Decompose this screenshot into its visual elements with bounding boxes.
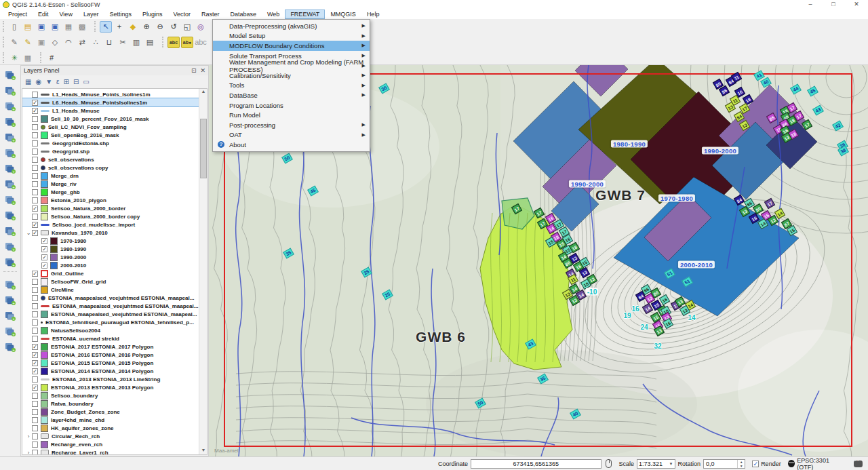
layer-item[interactable]: ✓1970-1980: [22, 237, 199, 245]
menu-web[interactable]: Web: [262, 9, 285, 19]
layer-item[interactable]: NatusaSelisoo2004: [22, 326, 199, 334]
touch-zoom-icon[interactable]: ↖: [100, 21, 112, 33]
expander-icon[interactable]: ›: [25, 450, 32, 455]
freewat-menu-item-calibration-sensitivity[interactable]: Calibration/Sensitivity▶: [213, 71, 370, 81]
layer-checkbox[interactable]: [32, 214, 38, 220]
osm-download-icon[interactable]: +: [3, 292, 18, 307]
layer-item[interactable]: ESTONIA_uuemad strekid: [22, 334, 199, 342]
layer-checkbox[interactable]: [32, 173, 38, 179]
cut-features-icon[interactable]: ✂: [117, 37, 129, 48]
current-edits-icon[interactable]: ✎: [8, 37, 20, 48]
freewat-menu-item-tools[interactable]: Tools▶: [213, 81, 370, 91]
layer-item[interactable]: Merge_drn: [22, 172, 199, 180]
float-panel-icon[interactable]: ⊡: [191, 67, 197, 74]
label-gray-icon[interactable]: abc: [195, 37, 207, 48]
zoom-out-icon[interactable]: ⊖: [154, 21, 166, 33]
zoom-full-icon[interactable]: ◱: [181, 21, 193, 33]
menu-vector[interactable]: Vector: [167, 9, 196, 19]
layer-item[interactable]: Zone_Budget_Zones_zone: [22, 408, 199, 416]
close-button[interactable]: ✕: [845, 0, 868, 9]
layer-item[interactable]: Seli_LC_NDVI_Fcov_sampling: [22, 123, 199, 131]
add-wms-layer-icon[interactable]: +: [3, 161, 18, 176]
node-tool-icon[interactable]: ∴: [90, 37, 102, 48]
scale-combobox[interactable]: 1:73.321▼: [637, 459, 675, 469]
layer-item[interactable]: ✓Selisoo_joed_mudelisse_import: [22, 220, 199, 229]
layer-checkbox[interactable]: [32, 450, 38, 455]
filter-expression-icon[interactable]: ε: [56, 78, 59, 85]
layer-checkbox[interactable]: [32, 319, 38, 326]
scroll-thumb[interactable]: [200, 119, 207, 178]
layer-checkbox[interactable]: [32, 165, 38, 171]
crs-status-icon[interactable]: [788, 460, 795, 467]
layer-checkbox[interactable]: ✓: [32, 100, 38, 106]
layer-checkbox[interactable]: [32, 189, 38, 195]
close-panel-icon[interactable]: ✕: [200, 67, 205, 74]
minimize-button[interactable]: –: [799, 0, 822, 9]
new-project-icon[interactable]: ▯: [8, 21, 20, 33]
layer-checkbox[interactable]: ✓: [32, 205, 38, 212]
layer-checkbox[interactable]: [32, 124, 38, 130]
layer-item[interactable]: seli_observations copy: [22, 163, 199, 172]
layer-checkbox[interactable]: ✓: [41, 254, 47, 260]
layer-item[interactable]: ✓L1_Heads_Mmuse: [22, 106, 199, 115]
add-spatialite-layer-icon[interactable]: +: [3, 114, 18, 129]
new-composer-icon[interactable]: ▦: [62, 21, 75, 33]
plugin-tool-2-icon[interactable]: ▦: [22, 52, 34, 64]
layer-item[interactable]: ESTONIA_2013 ESTONIA_2013 LineString: [22, 375, 199, 383]
menu-project[interactable]: Project: [3, 9, 33, 19]
label-pin-icon[interactable]: ab●: [181, 37, 193, 48]
expander-icon[interactable]: ⌄: [25, 230, 32, 236]
menu-plugins[interactable]: Plugins: [137, 9, 168, 19]
manage-visibility-icon[interactable]: ◉: [35, 78, 41, 85]
spin-down-icon[interactable]: ▼: [738, 464, 745, 468]
layer-item[interactable]: ESTONIA_maapealsed_veejuhtmed ESTONIA_ma…: [22, 310, 199, 318]
add-vector-layer-icon[interactable]: +: [3, 67, 18, 82]
layer-item[interactable]: SelisooFW_Grid_grid: [22, 277, 199, 286]
add-feature-icon[interactable]: ◇: [49, 37, 61, 48]
layer-item[interactable]: Merge_riv: [22, 180, 199, 188]
layer-checkbox[interactable]: [32, 336, 38, 342]
layer-checkbox[interactable]: [32, 287, 38, 293]
layer-checkbox[interactable]: [32, 409, 38, 415]
layer-item[interactable]: ESTONIA_tehnilised_puuraugud ESTONIA_teh…: [22, 318, 199, 326]
layer-checkbox[interactable]: ✓: [32, 230, 38, 236]
freewat-menu-item-oat[interactable]: OAT▶: [213, 130, 370, 140]
layer-checkbox[interactable]: ✓: [41, 262, 47, 269]
delete-selected-icon[interactable]: ⊔: [103, 37, 115, 48]
open-project-icon[interactable]: ▤: [22, 21, 34, 33]
freewat-tool-icon[interactable]: +: [3, 324, 18, 338]
pan-map-icon[interactable]: +: [113, 21, 125, 33]
layer-item[interactable]: ✓ESTONIA_2015 ESTONIA_2015 Polygon: [22, 359, 199, 367]
menu-settings[interactable]: Settings: [104, 9, 137, 19]
layer-item[interactable]: ✓1980-1990: [22, 245, 199, 253]
layer-item[interactable]: ESTONIA_maapealsed_veejuhtmed ESTONIA_ma…: [22, 294, 199, 302]
new-spatialite-layer-icon[interactable]: +: [3, 239, 18, 254]
add-circular-string-icon[interactable]: ◠: [62, 37, 75, 48]
layer-checkbox[interactable]: ✓: [32, 385, 38, 391]
crs-label[interactable]: EPSG:3301 (OTF): [797, 457, 846, 470]
layer-checkbox[interactable]: [32, 393, 38, 399]
rotation-spinner[interactable]: 0,0 ▲▼: [703, 459, 745, 469]
layer-item[interactable]: L1_Heads_Mmuse_Points_Isolines1m: [22, 90, 199, 98]
label-abc-icon[interactable]: abc: [167, 37, 180, 48]
save-project-as-icon[interactable]: ▣: [49, 21, 61, 33]
chevron-down-icon[interactable]: ▼: [669, 462, 673, 466]
zoom-last-icon[interactable]: ↺: [167, 21, 180, 33]
layer-checkbox[interactable]: ✓: [32, 360, 38, 366]
osm-import-icon[interactable]: +: [3, 308, 18, 323]
layer-checkbox[interactable]: [32, 417, 38, 423]
expander-icon[interactable]: ›: [25, 433, 32, 439]
layer-item[interactable]: ✓Selisoo_Natura_2000_border: [22, 204, 199, 212]
layer-checkbox[interactable]: [32, 303, 38, 309]
layer-item[interactable]: Geogrgrid.shp: [22, 147, 199, 155]
menu-layer[interactable]: Layer: [78, 9, 104, 19]
save-layer-edits-icon[interactable]: ▣: [35, 37, 47, 48]
layer-item[interactable]: ✓Grid_Outline: [22, 269, 199, 277]
add-mssql-layer-icon[interactable]: +: [3, 130, 18, 144]
layers-scrollbar[interactable]: ▲ ▼: [199, 89, 207, 454]
layer-checkbox[interactable]: [32, 295, 38, 301]
freewat-menu-item-program-locations[interactable]: Program Locations: [213, 100, 370, 111]
layer-item[interactable]: ✓2000-2010: [22, 261, 199, 269]
layer-checkbox[interactable]: ✓: [32, 344, 38, 350]
composer-manager-icon[interactable]: ▩: [76, 21, 88, 33]
